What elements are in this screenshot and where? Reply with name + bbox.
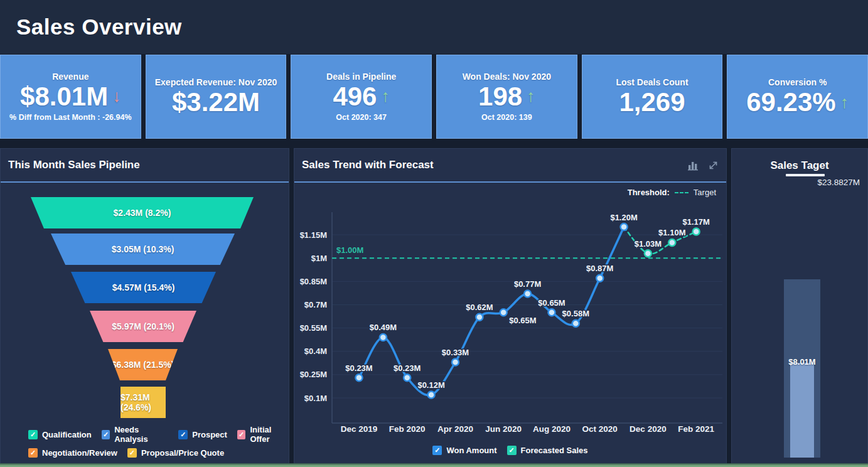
trend-panel-header: Sales Trend with Forecast (294, 149, 726, 183)
chart-type-icon[interactable] (687, 159, 699, 171)
legend-item-won-amount[interactable]: ✓Won Amount (432, 446, 496, 455)
kpi-value-text: 69.23% (746, 89, 835, 116)
legend-item-forecasted-sales[interactable]: ✓Forecasted Sales (507, 446, 588, 455)
funnel-stage-initial-offer[interactable]: $5.97M (20.1%) (90, 311, 196, 342)
legend-item-label: Needs Analysis (114, 425, 168, 444)
data-point-label: $0.77M (514, 279, 541, 289)
data-point-label: $0.49M (370, 323, 397, 332)
trend-chart[interactable]: $0.1M$0.25M$0.4M$0.55M$0.7M$0.85M$1M$1.1… (294, 184, 726, 443)
data-point-won-amount-3[interactable] (428, 392, 435, 399)
data-point-won-amount-6[interactable] (500, 309, 507, 316)
funnel-stage-negotiation-review[interactable]: $6.38M (21.5%) (108, 349, 178, 380)
kpi-card-title: Won Deals: Nov 2020 (463, 72, 551, 82)
funnel-stage-qualification[interactable]: $2.43M (8.2%) (31, 197, 254, 228)
trend-up-icon: ↑ (840, 94, 849, 111)
data-point-label: $0.87M (586, 264, 613, 273)
svg-text:$0.7M: $0.7M (304, 300, 327, 309)
legend-checkbox-icon[interactable]: ✓ (237, 430, 245, 439)
legend-checkbox-icon[interactable]: ✓ (127, 448, 137, 458)
legend-checkbox-icon[interactable]: ✓ (432, 446, 442, 455)
data-point-forecasted-sales-14[interactable] (693, 228, 700, 235)
pipeline-panel-title: This Month Sales Pipeline (8, 159, 140, 171)
funnel-stage-label: $7.31M (24.6%) (121, 392, 166, 412)
legend-checkbox-icon[interactable]: ✓ (28, 448, 38, 458)
legend-item-initial-offer[interactable]: ✓Initial Offer (237, 425, 289, 444)
trend-down-icon: ↓ (112, 88, 121, 105)
pipeline-panel-header: This Month Sales Pipeline (1, 149, 289, 183)
data-point-label: $1.20M (610, 213, 637, 222)
funnel-stage-prospect[interactable]: $4.57M (15.4%) (71, 272, 216, 303)
next-row-panels-edge (0, 463, 868, 467)
data-point-won-amount-10[interactable] (596, 275, 603, 282)
data-point-won-amount-8[interactable] (549, 309, 555, 316)
kpi-card-value: 1,269 (619, 89, 685, 116)
expand-icon[interactable] (708, 160, 719, 171)
kpi-card[interactable]: Revenue$8.01M↓% Diff from Last Month : -… (0, 55, 141, 139)
legend-item-needs-analysis[interactable]: ✓Needs Analysis (102, 425, 169, 444)
legend-item-label: Prospect (192, 430, 227, 439)
kpi-card-title: Revenue (52, 72, 88, 82)
legend-item-proposal-price-quote[interactable]: ✓Proposal/Price Quote (127, 448, 224, 458)
kpi-card[interactable]: Lost Deals Count1,269 (582, 55, 723, 139)
target-panel-title: Sales Taget (770, 159, 828, 172)
x-axis-label: Feb 2021 (678, 424, 714, 434)
legend-checkbox-icon[interactable]: ✓ (178, 430, 188, 439)
funnel-stage-needs-analysis[interactable]: $3.05M (10.3%) (51, 234, 235, 265)
funnel-stage-proposal-price-quote[interactable]: $7.31M (24.6%) (121, 387, 166, 418)
data-point-label: $1.17M (683, 217, 710, 227)
x-axis-label: Oct 2020 (582, 424, 618, 434)
data-point-won-amount-1[interactable] (380, 334, 387, 341)
data-point-won-amount-0[interactable] (356, 374, 363, 381)
kpi-card[interactable]: Won Deals: Nov 2020198↑Oct 2020: 139 (436, 55, 577, 139)
x-axis-label: Apr 2020 (437, 424, 473, 434)
kpi-card-title: Deals in Pipeline (326, 72, 396, 82)
legend-checkbox-icon[interactable]: ✓ (507, 446, 517, 455)
data-point-forecasted-sales-12[interactable] (645, 250, 651, 257)
kpi-card-value: 496↑ (333, 83, 390, 110)
target-bar-fill[interactable] (790, 363, 814, 458)
data-point-label: $0.65M (509, 316, 536, 325)
kpi-value-text: $3.22M (172, 89, 260, 116)
data-point-won-amount-11[interactable] (621, 223, 628, 230)
target-bar-track[interactable]: $8.01M (784, 279, 820, 458)
kpi-card-subtext: Oct 2020: 347 (336, 113, 387, 122)
svg-text:$1.15M: $1.15M (300, 230, 327, 240)
x-axis-label: Jun 2020 (485, 424, 522, 434)
kpi-value-text: $8.01M (20, 83, 108, 110)
kpi-card-value: $3.22M (172, 89, 260, 116)
data-point-won-amount-9[interactable] (572, 320, 579, 327)
data-point-won-amount-2[interactable] (404, 374, 410, 381)
data-point-forecasted-sales-13[interactable] (668, 239, 675, 246)
trend-up-icon: ↑ (381, 88, 390, 105)
target-value-label: $23.8827M (817, 178, 860, 187)
data-point-won-amount-5[interactable] (476, 314, 483, 321)
sales-trend-panel: Sales Trend with Forecast (294, 148, 727, 467)
legend-checkbox-icon[interactable]: ✓ (28, 430, 38, 439)
trend-panel-title: Sales Trend with Forecast (302, 159, 434, 171)
funnel-stage-label: $6.38M (21.5%) (112, 360, 174, 370)
data-point-won-amount-4[interactable] (452, 359, 459, 366)
threshold-label: Threshold: (628, 188, 670, 197)
data-point-label: $0.58M (562, 309, 589, 318)
data-point-label: $1.10M (658, 228, 685, 237)
legend-item-qualification[interactable]: ✓Qualification (28, 425, 92, 444)
kpi-value-text: 1,269 (619, 89, 685, 116)
pipeline-funnel-panel: This Month Sales Pipeline $2.43M (8.2%)$… (0, 148, 289, 467)
legend-item-prospect[interactable]: ✓Prospect (178, 425, 227, 444)
kpi-card[interactable]: Conversion %69.23%↑ (727, 55, 868, 139)
trend-up-icon: ↑ (527, 88, 535, 105)
funnel-stage-label: $3.05M (10.3%) (112, 244, 174, 254)
kpi-card[interactable]: Deals in Pipeline496↑Oct 2020: 347 (291, 55, 432, 139)
kpi-card[interactable]: Exepcted Revenue: Nov 2020$3.22M (146, 55, 287, 139)
legend-checkbox-icon[interactable]: ✓ (102, 430, 110, 439)
data-point-won-amount-7[interactable] (524, 291, 531, 298)
funnel-stage-label: $5.97M (20.1%) (112, 321, 174, 331)
data-point-label: $0.33M (442, 348, 469, 357)
kpi-card-title: Exepcted Revenue: Nov 2020 (155, 77, 277, 87)
legend-item-negotiation-review[interactable]: ✓Negotiation/Review (28, 448, 117, 458)
achieved-value-label: $8.01M (784, 357, 820, 367)
kpi-card-value: 198↑ (478, 83, 535, 110)
kpi-value-text: 496 (333, 83, 377, 110)
kpi-card-value: 69.23%↑ (746, 89, 849, 116)
svg-text:$0.25M: $0.25M (300, 370, 327, 379)
